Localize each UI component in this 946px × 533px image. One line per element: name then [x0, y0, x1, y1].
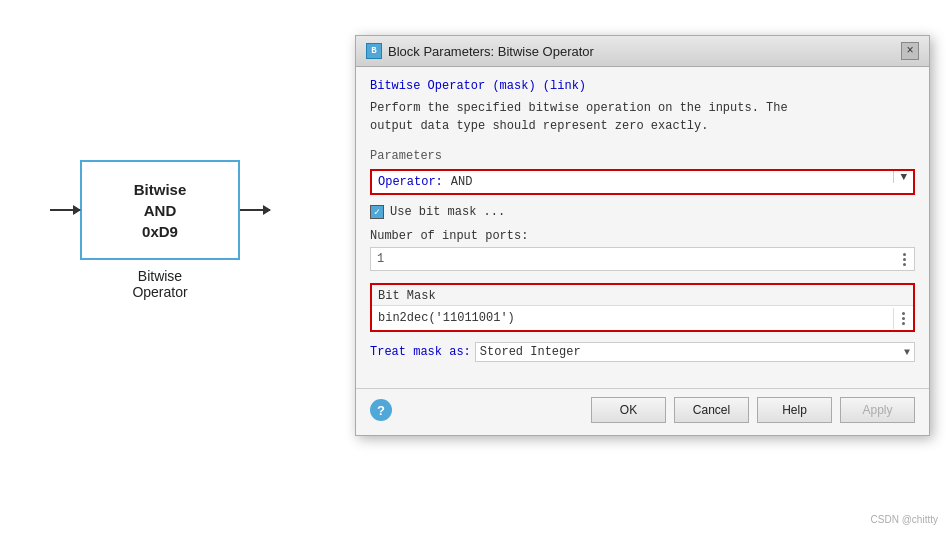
operator-row: Operator: AND OR XOR NOT NAND NOR ▼: [370, 169, 915, 195]
bitmask-input-row: [372, 306, 913, 330]
ok-button[interactable]: OK: [591, 397, 666, 423]
checkbox-row: ✓ Use bit mask ...: [370, 205, 915, 219]
block-box: Bitwise AND 0xD9: [80, 160, 240, 260]
bitmask-dot3: [902, 322, 905, 325]
bitmask-dot2: [902, 317, 905, 320]
operator-dropdown-arrow[interactable]: ▼: [893, 171, 913, 183]
dot1: [903, 253, 906, 256]
treat-row: Treat mask as: Stored Integer True Value…: [370, 342, 915, 362]
dialog-icon: B: [366, 43, 382, 59]
dialog-body: Bitwise Operator (mask) (link) Perform t…: [356, 67, 929, 388]
dialog-footer: ? OK Cancel Help Apply: [356, 388, 929, 435]
block-with-arrows: Bitwise AND 0xD9: [50, 160, 270, 260]
bitmask-section: Bit Mask: [370, 283, 915, 332]
operator-label: Operator:: [378, 175, 443, 189]
use-bitmask-checkbox[interactable]: ✓: [370, 205, 384, 219]
dot3: [903, 263, 906, 266]
params-label: Parameters: [370, 149, 915, 163]
bitmask-input[interactable]: [372, 306, 893, 330]
operator-select[interactable]: AND OR XOR NOT NAND NOR: [449, 175, 888, 189]
cancel-button[interactable]: Cancel: [674, 397, 749, 423]
checkbox-label: Use bit mask ...: [390, 205, 505, 219]
treat-label: Treat mask as:: [370, 345, 471, 359]
ports-label: Number of input ports:: [370, 229, 915, 243]
ports-input-row: [370, 247, 915, 271]
dialog-titlebar: B Block Parameters: Bitwise Operator ×: [356, 36, 929, 67]
watermark: CSDN @chittty: [871, 514, 938, 525]
simulink-block-container: Bitwise AND 0xD9 Bitwise Operator: [50, 160, 270, 300]
ports-menu-button[interactable]: [894, 249, 914, 270]
footer-buttons: OK Cancel Help Apply: [591, 397, 915, 423]
help-button[interactable]: Help: [757, 397, 832, 423]
dialog-subtitle: Bitwise Operator (mask) (link): [370, 79, 915, 93]
dialog-title-left: B Block Parameters: Bitwise Operator: [366, 43, 594, 59]
dialog-title-text: Block Parameters: Bitwise Operator: [388, 44, 594, 59]
treat-select-wrapper: Stored Integer True Value ▼: [475, 342, 915, 362]
treat-dropdown-arrow: ▼: [904, 347, 910, 358]
help-circle-icon[interactable]: ?: [370, 399, 392, 421]
dot2: [903, 258, 906, 261]
block-parameters-dialog: B Block Parameters: Bitwise Operator × B…: [355, 35, 930, 436]
operator-inner: Operator: AND OR XOR NOT NAND NOR: [372, 171, 893, 193]
apply-button[interactable]: Apply: [840, 397, 915, 423]
block-title: Bitwise AND 0xD9: [134, 179, 187, 242]
input-arrow: [50, 209, 80, 211]
bitmask-menu-button[interactable]: [893, 308, 913, 329]
bitmask-title: Bit Mask: [372, 285, 913, 306]
dialog-description: Perform the specified bitwise operation …: [370, 99, 915, 135]
dialog-close-button[interactable]: ×: [901, 42, 919, 60]
block-label: Bitwise Operator: [132, 268, 187, 300]
treat-select[interactable]: Stored Integer True Value: [480, 345, 904, 359]
ports-input[interactable]: [371, 248, 894, 270]
footer-left: ?: [370, 399, 392, 421]
bitmask-dot1: [902, 312, 905, 315]
output-arrow: [240, 209, 270, 211]
